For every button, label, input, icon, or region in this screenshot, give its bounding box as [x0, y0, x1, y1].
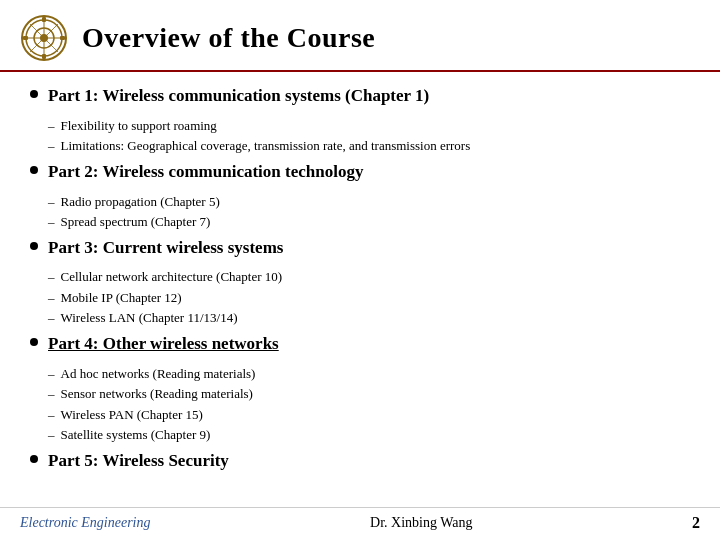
- sub-item-text: Wireless LAN (Chapter 11/13/14): [61, 308, 238, 328]
- sub-dash-icon: –: [48, 384, 55, 404]
- sub-item-text: Radio propagation (Chapter 5): [61, 192, 220, 212]
- footer-department: Electronic Engineering: [20, 515, 151, 531]
- slide-title: Overview of the Course: [82, 22, 375, 54]
- bullet-label-part4: Part 4: Other wireless networks: [48, 334, 279, 353]
- sub-items-part2: –Radio propagation (Chapter 5)–Spread sp…: [48, 192, 690, 232]
- svg-rect-11: [60, 36, 65, 40]
- sub-dash-icon: –: [48, 136, 55, 156]
- bullet-label-part2: Part 2: Wireless communication technolog…: [48, 162, 363, 181]
- svg-rect-8: [42, 17, 46, 22]
- bullet-item-part1: Part 1: Wireless communication systems (…: [30, 84, 690, 108]
- svg-point-7: [40, 34, 48, 42]
- list-item: –Satellite systems (Chapter 9): [48, 425, 690, 445]
- bullet-dot-part1: [30, 90, 38, 98]
- svg-rect-10: [23, 36, 28, 40]
- bullet-item-part2: Part 2: Wireless communication technolog…: [30, 160, 690, 184]
- svg-rect-9: [42, 54, 46, 59]
- sub-items-part3: –Cellular network architecture (Chapter …: [48, 267, 690, 328]
- sub-dash-icon: –: [48, 212, 55, 232]
- list-item: –Cellular network architecture (Chapter …: [48, 267, 690, 287]
- sub-item-text: Cellular network architecture (Chapter 1…: [61, 267, 283, 287]
- sub-items-part4: –Ad hoc networks (Reading materials)–Sen…: [48, 364, 690, 445]
- sub-dash-icon: –: [48, 116, 55, 136]
- bullet-dot-part2: [30, 166, 38, 174]
- sub-dash-icon: –: [48, 364, 55, 384]
- list-item: –Flexibility to support roaming: [48, 116, 690, 136]
- sub-dash-icon: –: [48, 405, 55, 425]
- bullet-item-part5: Part 5: Wireless Security: [30, 449, 690, 473]
- bullet-item-part4: Part 4: Other wireless networks: [30, 332, 690, 356]
- bullet-dot-part3: [30, 242, 38, 250]
- list-item: –Ad hoc networks (Reading materials): [48, 364, 690, 384]
- sub-items-part1: –Flexibility to support roaming–Limitati…: [48, 116, 690, 156]
- bullet-dot-part5: [30, 455, 38, 463]
- sub-item-text: Ad hoc networks (Reading materials): [61, 364, 256, 384]
- sub-item-text: Limitations: Geographical coverage, tran…: [61, 136, 471, 156]
- header: Overview of the Course: [0, 0, 720, 72]
- sub-dash-icon: –: [48, 425, 55, 445]
- slide: Overview of the Course Part 1: Wireless …: [0, 0, 720, 540]
- sub-item-text: Flexibility to support roaming: [61, 116, 217, 136]
- list-item: –Mobile IP (Chapter 12): [48, 288, 690, 308]
- sub-item-text: Sensor networks (Reading materials): [61, 384, 253, 404]
- list-item: –Radio propagation (Chapter 5): [48, 192, 690, 212]
- sub-dash-icon: –: [48, 267, 55, 287]
- sub-item-text: Mobile IP (Chapter 12): [61, 288, 182, 308]
- bullet-label-part1: Part 1: Wireless communication systems (…: [48, 86, 429, 105]
- list-item: –Wireless PAN (Chapter 15): [48, 405, 690, 425]
- list-item: –Spread spectrum (Chapter 7): [48, 212, 690, 232]
- list-item: –Sensor networks (Reading materials): [48, 384, 690, 404]
- bullet-item-part3: Part 3: Current wireless systems: [30, 236, 690, 260]
- footer: Electronic Engineering Dr. Xinbing Wang …: [0, 507, 720, 540]
- list-item: –Limitations: Geographical coverage, tra…: [48, 136, 690, 156]
- bullet-dot-part4: [30, 338, 38, 346]
- sub-dash-icon: –: [48, 308, 55, 328]
- footer-page: 2: [692, 514, 700, 532]
- logo-icon: [20, 14, 68, 62]
- sub-dash-icon: –: [48, 192, 55, 212]
- sub-dash-icon: –: [48, 288, 55, 308]
- content-area: Part 1: Wireless communication systems (…: [0, 72, 720, 507]
- list-item: –Wireless LAN (Chapter 11/13/14): [48, 308, 690, 328]
- sub-item-text: Spread spectrum (Chapter 7): [61, 212, 211, 232]
- bullet-label-part5: Part 5: Wireless Security: [48, 451, 229, 470]
- bullet-label-part3: Part 3: Current wireless systems: [48, 238, 283, 257]
- sub-item-text: Satellite systems (Chapter 9): [61, 425, 211, 445]
- footer-author: Dr. Xinbing Wang: [370, 515, 472, 531]
- sub-item-text: Wireless PAN (Chapter 15): [61, 405, 203, 425]
